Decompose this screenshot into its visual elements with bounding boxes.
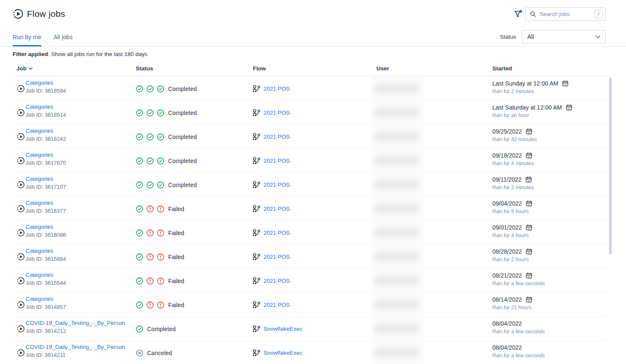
flow-name-link[interactable]: SnowflakeExec <box>263 350 302 356</box>
job-cell: Categories Job ID: 3617870 <box>26 152 66 166</box>
redacted-user-name <box>374 84 419 93</box>
flow-name-link[interactable]: 2021 POS <box>263 302 290 308</box>
column-header-user[interactable]: User <box>376 65 389 72</box>
filter-funnel-icon[interactable] <box>513 10 523 19</box>
job-name-link[interactable]: Categories <box>26 128 66 134</box>
flow-name-link[interactable]: 2021 POS <box>263 278 290 284</box>
job-name-link[interactable]: Categories <box>26 152 66 158</box>
flow-name-link[interactable]: SnowflakeExec <box>263 326 302 332</box>
column-header-started[interactable]: Started <box>492 65 512 72</box>
column-header-status[interactable]: Status <box>136 65 153 72</box>
flow-cell: 2021 POS <box>253 149 290 173</box>
success-check-icon <box>136 133 143 141</box>
job-name-link[interactable]: Categories <box>26 104 66 110</box>
status-cell: Completed <box>136 77 197 101</box>
started-date: 09/11/2022 <box>492 176 521 183</box>
column-header-flow[interactable]: Flow <box>253 65 266 72</box>
job-id: Job ID: 3615544 <box>26 280 66 286</box>
search-icon <box>529 11 537 18</box>
search-input[interactable] <box>540 11 594 17</box>
flow-name-link[interactable]: 2021 POS <box>263 110 290 116</box>
success-check-icon <box>157 85 164 93</box>
flow-name-link[interactable]: 2021 POS <box>263 86 290 92</box>
started-date: 08/04/2022 <box>492 344 522 351</box>
status-label: Completed <box>168 182 197 188</box>
vertical-scrollbar-thumb[interactable] <box>609 78 612 254</box>
success-check-icon <box>157 181 164 189</box>
status-icons <box>136 253 164 261</box>
status-icons <box>136 109 164 117</box>
calendar-icon[interactable] <box>526 248 532 255</box>
status-label: Completed <box>168 158 197 164</box>
calendar-icon[interactable] <box>526 296 532 303</box>
tab-run-by-me[interactable]: Run by me <box>13 34 41 46</box>
status-label: Failed <box>168 230 184 236</box>
flow-run-icon <box>17 325 25 333</box>
job-id: Job ID: 3614212 <box>26 328 125 334</box>
redacted-user-name <box>374 300 419 309</box>
job-name-link[interactable]: COVID-19_Daily_Testing_-_By_Person <box>26 320 125 326</box>
job-name-link[interactable]: COVID-19_Daily_Testing_-_By_Person <box>26 344 125 350</box>
filter-applied-label: Filter applied <box>13 51 48 57</box>
table-row: Categories Job ID: 3617107 Completed 202… <box>13 173 607 197</box>
job-name-link[interactable]: Categories <box>26 80 66 86</box>
column-header-job[interactable]: Job <box>16 65 33 72</box>
success-check-icon <box>146 85 154 93</box>
calendar-icon[interactable] <box>562 80 569 87</box>
flow-name-link[interactable]: 2021 POS <box>263 134 290 140</box>
search-box[interactable]: / <box>525 7 606 21</box>
started-cell: 08/28/2022 Ran for 2 hours <box>492 248 532 262</box>
job-cell: Categories Job ID: 3615884 <box>26 248 66 262</box>
started-date: 09/04/2022 <box>492 200 522 207</box>
status-label: Completed <box>168 134 197 140</box>
error-exclamation-icon <box>146 229 154 237</box>
calendar-icon[interactable] <box>526 224 532 231</box>
flow-cell: 2021 POS <box>253 125 290 149</box>
table-row: COVID-19_Daily_Testing_-_By_Person Job I… <box>13 317 607 341</box>
started-date: 08/28/2022 <box>492 248 522 255</box>
calendar-icon[interactable] <box>566 104 572 111</box>
flow-name-link[interactable]: 2021 POS <box>263 230 290 236</box>
page-header: Flow jobs / <box>0 0 626 28</box>
success-check-icon <box>136 181 143 189</box>
job-id: Job ID: 3614857 <box>26 304 66 310</box>
job-name-link[interactable]: Categories <box>26 176 66 182</box>
job-name-link[interactable]: Categories <box>26 248 66 254</box>
started-date: 09/25/2022 <box>492 128 522 135</box>
run-duration: Ran for 42 minutes <box>492 136 537 142</box>
flow-name-link[interactable]: 2021 POS <box>263 158 290 164</box>
calendar-icon[interactable] <box>526 152 532 159</box>
status-cell: Failed <box>136 293 184 317</box>
success-check-icon <box>136 85 143 93</box>
started-date: 09/18/2022 <box>492 152 522 159</box>
flow-run-icon <box>17 349 25 357</box>
job-name-link[interactable]: Categories <box>26 224 66 230</box>
flow-icon <box>253 253 260 260</box>
tab-all-jobs[interactable]: All jobs <box>54 34 73 46</box>
success-check-icon <box>157 109 164 117</box>
calendar-icon[interactable] <box>525 176 532 183</box>
status-dropdown[interactable]: All <box>522 30 606 43</box>
run-duration: Ran for 4 hours <box>492 233 532 238</box>
job-name-link[interactable]: Categories <box>26 200 66 206</box>
flow-name-link[interactable]: 2021 POS <box>263 254 290 260</box>
job-name-link[interactable]: Categories <box>26 272 66 278</box>
job-name-link[interactable]: Categories <box>26 296 66 302</box>
status-icons <box>136 205 164 213</box>
flow-icon <box>253 109 260 116</box>
success-check-icon <box>136 253 143 261</box>
error-exclamation-icon <box>146 277 154 285</box>
flow-name-link[interactable]: 2021 POS <box>263 206 290 212</box>
job-cell: COVID-19_Daily_Testing_-_By_Person Job I… <box>26 320 125 334</box>
flow-cell: 2021 POS <box>253 293 290 317</box>
run-duration: Ran for 2 minutes <box>492 185 534 190</box>
redacted-user-name <box>374 252 419 261</box>
started-cell: 08/14/2022 Ran for 21 hours <box>492 296 532 310</box>
started-cell: 09/04/2022 Ran for 9 hours <box>492 200 532 214</box>
flow-name-link[interactable]: 2021 POS <box>263 182 290 188</box>
flow-cell: 2021 POS <box>253 245 290 269</box>
calendar-icon[interactable] <box>526 272 532 279</box>
status-cell: Completed <box>136 149 197 173</box>
calendar-icon[interactable] <box>526 128 532 135</box>
calendar-icon[interactable] <box>526 200 532 207</box>
